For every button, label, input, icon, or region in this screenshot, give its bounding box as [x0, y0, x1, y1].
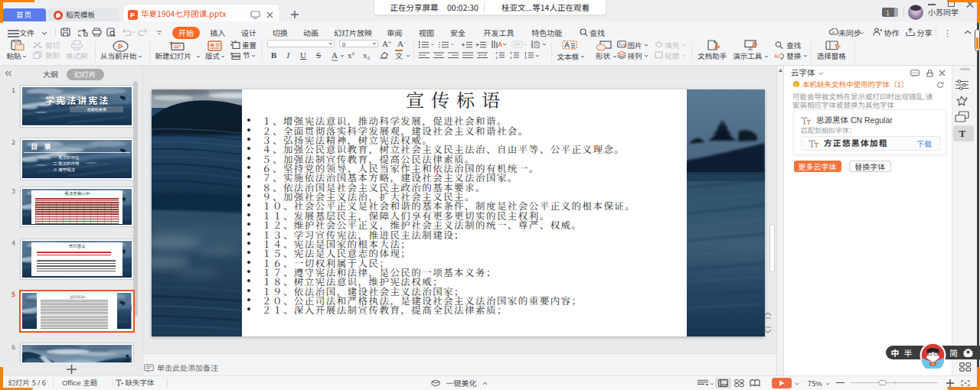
svg-text:AC: AC	[774, 54, 782, 59]
